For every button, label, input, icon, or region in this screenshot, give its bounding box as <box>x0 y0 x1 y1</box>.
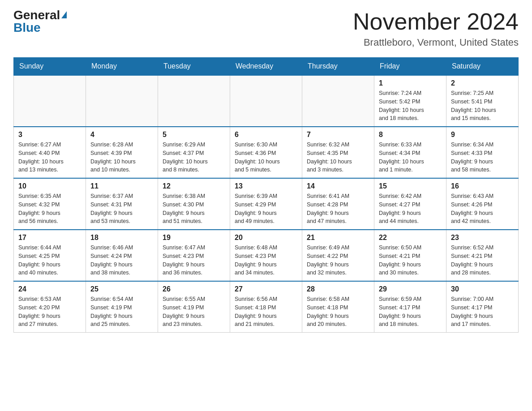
day-of-week-header: Saturday <box>446 58 519 76</box>
day-info: Sunrise: 6:47 AM Sunset: 4:23 PM Dayligh… <box>163 244 225 277</box>
calendar-day: 15Sunrise: 6:42 AM Sunset: 4:27 PM Dayli… <box>374 178 446 230</box>
day-of-week-header: Tuesday <box>158 58 230 76</box>
calendar-day: 19Sunrise: 6:47 AM Sunset: 4:23 PM Dayli… <box>158 230 230 281</box>
calendar-day: 9Sunrise: 6:34 AM Sunset: 4:33 PM Daylig… <box>446 127 519 178</box>
calendar-day: 29Sunrise: 6:59 AM Sunset: 4:17 PM Dayli… <box>374 281 446 333</box>
day-info: Sunrise: 6:38 AM Sunset: 4:30 PM Dayligh… <box>163 192 225 226</box>
week-row: 24Sunrise: 6:53 AM Sunset: 4:20 PM Dayli… <box>14 281 519 333</box>
day-info: Sunrise: 6:52 AM Sunset: 4:21 PM Dayligh… <box>451 244 514 277</box>
day-number: 20 <box>235 234 297 242</box>
day-number: 22 <box>379 234 442 242</box>
day-number: 27 <box>235 285 297 293</box>
calendar-day <box>302 75 374 127</box>
calendar-day: 25Sunrise: 6:54 AM Sunset: 4:19 PM Dayli… <box>86 281 158 333</box>
calendar-day: 17Sunrise: 6:44 AM Sunset: 4:25 PM Dayli… <box>14 230 86 281</box>
day-number: 4 <box>90 131 153 139</box>
day-info: Sunrise: 6:53 AM Sunset: 4:20 PM Dayligh… <box>18 295 81 329</box>
day-info: Sunrise: 6:33 AM Sunset: 4:34 PM Dayligh… <box>379 141 442 174</box>
day-info: Sunrise: 6:34 AM Sunset: 4:33 PM Dayligh… <box>451 141 514 174</box>
month-title: November 2024 <box>353 9 519 34</box>
calendar-header-row: SundayMondayTuesdayWednesdayThursdayFrid… <box>14 58 519 76</box>
day-info: Sunrise: 6:44 AM Sunset: 4:25 PM Dayligh… <box>18 244 81 277</box>
day-number: 18 <box>90 234 153 242</box>
calendar-day: 10Sunrise: 6:35 AM Sunset: 4:32 PM Dayli… <box>14 178 86 230</box>
calendar-day: 12Sunrise: 6:38 AM Sunset: 4:30 PM Dayli… <box>158 178 230 230</box>
day-info: Sunrise: 6:41 AM Sunset: 4:28 PM Dayligh… <box>307 192 369 226</box>
calendar-day <box>86 75 158 127</box>
logo-blue: Blue <box>13 21 41 34</box>
calendar-day: 30Sunrise: 7:00 AM Sunset: 4:17 PM Dayli… <box>446 281 519 333</box>
day-info: Sunrise: 6:35 AM Sunset: 4:32 PM Dayligh… <box>18 192 81 226</box>
day-number: 21 <box>307 234 369 242</box>
week-row: 17Sunrise: 6:44 AM Sunset: 4:25 PM Dayli… <box>14 230 519 281</box>
calendar-day: 14Sunrise: 6:41 AM Sunset: 4:28 PM Dayli… <box>302 178 374 230</box>
calendar-day <box>158 75 230 127</box>
day-number: 8 <box>379 131 442 139</box>
day-info: Sunrise: 6:39 AM Sunset: 4:29 PM Dayligh… <box>235 192 297 226</box>
calendar-day: 3Sunrise: 6:27 AM Sunset: 4:40 PM Daylig… <box>14 127 86 178</box>
calendar-day: 23Sunrise: 6:52 AM Sunset: 4:21 PM Dayli… <box>446 230 519 281</box>
day-info: Sunrise: 6:32 AM Sunset: 4:35 PM Dayligh… <box>307 141 369 174</box>
day-number: 7 <box>307 131 369 139</box>
week-row: 1Sunrise: 7:24 AM Sunset: 5:42 PM Daylig… <box>14 75 519 127</box>
day-info: Sunrise: 6:49 AM Sunset: 4:22 PM Dayligh… <box>307 244 369 277</box>
day-of-week-header: Monday <box>86 58 158 76</box>
calendar-day: 13Sunrise: 6:39 AM Sunset: 4:29 PM Dayli… <box>230 178 302 230</box>
calendar-day: 5Sunrise: 6:29 AM Sunset: 4:37 PM Daylig… <box>158 127 230 178</box>
day-info: Sunrise: 6:37 AM Sunset: 4:31 PM Dayligh… <box>90 192 153 226</box>
calendar-day: 22Sunrise: 6:50 AM Sunset: 4:21 PM Dayli… <box>374 230 446 281</box>
page-header: General Blue November 2024 Brattleboro, … <box>13 9 519 48</box>
day-info: Sunrise: 6:46 AM Sunset: 4:24 PM Dayligh… <box>90 244 153 277</box>
calendar-day: 20Sunrise: 6:48 AM Sunset: 4:23 PM Dayli… <box>230 230 302 281</box>
location-title: Brattleboro, Vermont, United States <box>353 37 519 48</box>
day-number: 9 <box>451 131 514 139</box>
calendar-day: 18Sunrise: 6:46 AM Sunset: 4:24 PM Dayli… <box>86 230 158 281</box>
day-info: Sunrise: 7:25 AM Sunset: 5:41 PM Dayligh… <box>451 89 514 123</box>
day-number: 2 <box>451 79 514 87</box>
logo: General Blue <box>13 9 67 34</box>
title-area: November 2024 Brattleboro, Vermont, Unit… <box>353 9 519 48</box>
logo-triangle-icon <box>61 11 67 18</box>
day-info: Sunrise: 7:24 AM Sunset: 5:42 PM Dayligh… <box>379 89 442 123</box>
day-number: 17 <box>18 234 81 242</box>
day-info: Sunrise: 6:58 AM Sunset: 4:18 PM Dayligh… <box>307 295 369 329</box>
day-number: 25 <box>90 285 153 293</box>
day-info: Sunrise: 6:27 AM Sunset: 4:40 PM Dayligh… <box>18 141 81 174</box>
day-number: 16 <box>451 182 514 190</box>
day-info: Sunrise: 6:55 AM Sunset: 4:19 PM Dayligh… <box>163 295 225 329</box>
day-of-week-header: Thursday <box>302 58 374 76</box>
day-number: 14 <box>307 182 369 190</box>
calendar-day: 4Sunrise: 6:28 AM Sunset: 4:39 PM Daylig… <box>86 127 158 178</box>
day-number: 29 <box>379 285 442 293</box>
day-number: 30 <box>451 285 514 293</box>
calendar-day: 11Sunrise: 6:37 AM Sunset: 4:31 PM Dayli… <box>86 178 158 230</box>
day-info: Sunrise: 6:28 AM Sunset: 4:39 PM Dayligh… <box>90 141 153 174</box>
day-number: 5 <box>163 131 225 139</box>
day-info: Sunrise: 6:50 AM Sunset: 4:21 PM Dayligh… <box>379 244 442 277</box>
day-number: 26 <box>163 285 225 293</box>
day-number: 24 <box>18 285 81 293</box>
week-row: 3Sunrise: 6:27 AM Sunset: 4:40 PM Daylig… <box>14 127 519 178</box>
day-info: Sunrise: 6:54 AM Sunset: 4:19 PM Dayligh… <box>90 295 153 329</box>
day-info: Sunrise: 6:56 AM Sunset: 4:18 PM Dayligh… <box>235 295 297 329</box>
logo-general: General <box>13 9 60 21</box>
calendar-day <box>230 75 302 127</box>
day-info: Sunrise: 6:43 AM Sunset: 4:26 PM Dayligh… <box>451 192 514 226</box>
day-of-week-header: Wednesday <box>230 58 302 76</box>
calendar-day: 6Sunrise: 6:30 AM Sunset: 4:36 PM Daylig… <box>230 127 302 178</box>
day-number: 15 <box>379 182 442 190</box>
calendar-day: 28Sunrise: 6:58 AM Sunset: 4:18 PM Dayli… <box>302 281 374 333</box>
day-of-week-header: Friday <box>374 58 446 76</box>
day-of-week-header: Sunday <box>14 58 86 76</box>
day-info: Sunrise: 6:29 AM Sunset: 4:37 PM Dayligh… <box>163 141 225 174</box>
day-number: 1 <box>379 79 442 87</box>
day-number: 12 <box>163 182 225 190</box>
calendar-day: 26Sunrise: 6:55 AM Sunset: 4:19 PM Dayli… <box>158 281 230 333</box>
calendar-day: 8Sunrise: 6:33 AM Sunset: 4:34 PM Daylig… <box>374 127 446 178</box>
day-number: 28 <box>307 285 369 293</box>
calendar-table: SundayMondayTuesdayWednesdayThursdayFrid… <box>13 57 519 333</box>
calendar-day: 16Sunrise: 6:43 AM Sunset: 4:26 PM Dayli… <box>446 178 519 230</box>
calendar-day: 27Sunrise: 6:56 AM Sunset: 4:18 PM Dayli… <box>230 281 302 333</box>
calendar-day: 1Sunrise: 7:24 AM Sunset: 5:42 PM Daylig… <box>374 75 446 127</box>
day-number: 6 <box>235 131 297 139</box>
